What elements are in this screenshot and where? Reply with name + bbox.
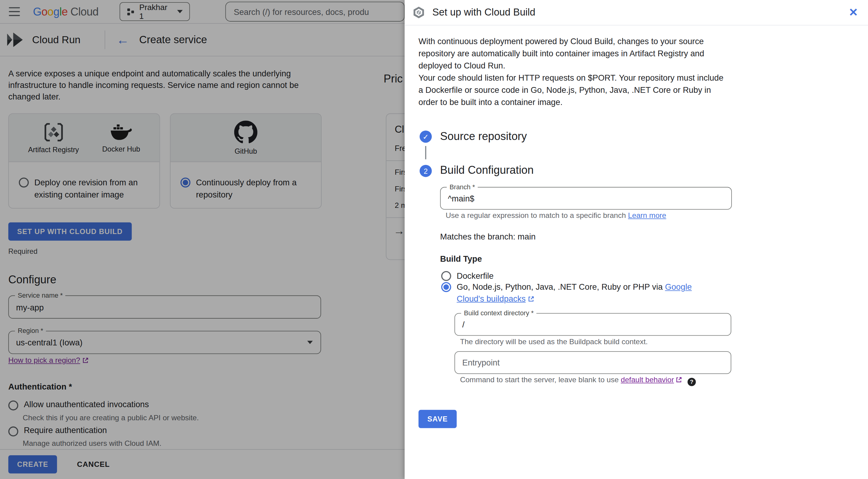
build-type-buildpacks-option[interactable]: Go, Node.js, Python, Java, .NET Core, Ru… xyxy=(441,281,713,304)
cloud-build-panel: Set up with Cloud Build ✕ With continuou… xyxy=(405,0,868,479)
branch-helper: Use a regular expression to match to a s… xyxy=(445,211,666,219)
panel-description-p2: Your code should listen for HTTP request… xyxy=(418,72,730,108)
entrypoint-helper: Command to start the server, leave blank… xyxy=(460,376,695,386)
step1-complete-icon: ✓ xyxy=(420,131,432,143)
build-context-field[interactable]: Build context directory * xyxy=(455,313,731,336)
panel-title: Set up with Cloud Build xyxy=(432,7,535,18)
save-button[interactable]: SAVE xyxy=(418,410,457,428)
buildpacks-radio[interactable] xyxy=(441,282,452,292)
gcp-console: GoogleCloud Prakhar 1 Cloud Run ← Create… xyxy=(0,0,868,479)
external-link-icon xyxy=(528,296,534,302)
step2-number-badge: 2 xyxy=(420,165,432,177)
step2-build-configuration[interactable]: Build Configuration xyxy=(440,164,534,176)
branch-helper-text: Use a regular expression to match to a s… xyxy=(445,211,628,219)
default-behavior-link[interactable]: default behavior xyxy=(621,376,674,384)
check-icon: ✓ xyxy=(423,132,429,141)
help-icon[interactable]: ? xyxy=(687,378,695,386)
panel-header: Set up with Cloud Build ✕ xyxy=(405,0,868,26)
build-type-dockerfile-option[interactable]: Dockerfile xyxy=(441,270,494,281)
entrypoint-field[interactable] xyxy=(455,351,731,374)
close-icon[interactable]: ✕ xyxy=(849,5,858,19)
entrypoint-helper-text: Command to start the server, leave blank… xyxy=(460,376,621,384)
build-context-helper: The directory will be used as the Buildp… xyxy=(460,338,648,346)
branch-match-note: Matches the branch: main xyxy=(440,232,536,241)
branch-label: Branch * xyxy=(447,183,478,190)
overlay-scrim xyxy=(0,0,405,479)
step-connector xyxy=(425,146,426,160)
external-link-icon xyxy=(676,377,682,383)
cloud-build-icon xyxy=(412,6,425,19)
entrypoint-input[interactable] xyxy=(455,352,731,373)
branch-field[interactable]: Branch * xyxy=(440,187,732,210)
buildpacks-label: Go, Node.js, Python, Java, .NET Core, Ru… xyxy=(457,281,713,304)
panel-description-p1: With continuous deployment powered by Cl… xyxy=(418,35,730,72)
build-context-label: Build context directory * xyxy=(461,310,536,316)
panel-description: With continuous deployment powered by Cl… xyxy=(418,35,730,108)
learn-more-link[interactable]: Learn more xyxy=(628,211,666,219)
branch-input[interactable] xyxy=(441,187,731,209)
build-type-heading: Build Type xyxy=(440,254,482,263)
buildpacks-label-text: Go, Node.js, Python, Java, .NET Core, Ru… xyxy=(457,282,665,292)
step1-source-repository[interactable]: Source repository xyxy=(440,130,527,143)
dockerfile-label: Dockerfile xyxy=(457,270,494,281)
dockerfile-radio[interactable] xyxy=(441,271,452,281)
